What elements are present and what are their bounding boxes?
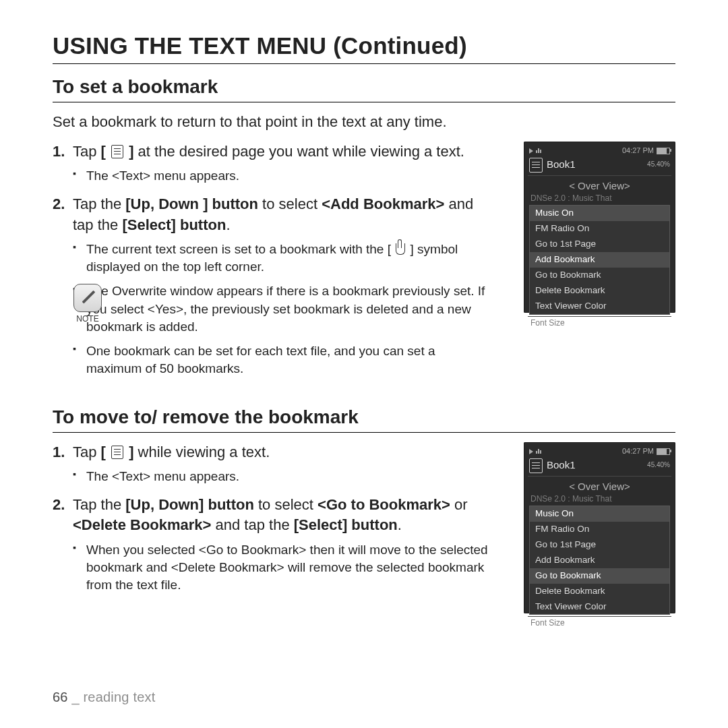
step-bold: <Delete Bookmark> [73, 516, 211, 533]
page-title-rule [53, 63, 675, 64]
step-note-with-icon: NOTE The Overwrite window appears if the… [73, 282, 493, 336]
footer-section-label: reading text [84, 690, 156, 704]
menu-button-icon [111, 446, 123, 459]
step-text: Tap [73, 444, 101, 460]
steps-list: Tap [ ] at the desired page you want whi… [53, 142, 675, 378]
step-1: Tap [ ] while viewing a text. The <Text>… [53, 442, 675, 486]
page-number: 66 [53, 690, 68, 704]
step-note: The <Text> menu appears. [73, 468, 493, 485]
step-text: or [450, 496, 468, 513]
ghost-text-bottom: Font Size [528, 616, 671, 630]
page-title: USING THE TEXT MENU (Continued) [53, 32, 675, 59]
step-bold: [Select] button [294, 516, 398, 533]
step-2: Tap the [Up, Down ] button to select <Ad… [53, 194, 675, 377]
section-set-bookmark: To set a bookmark Set a bookmark to retu… [53, 76, 675, 388]
step-text: Tap [73, 143, 101, 160]
step-bold: <Go to Bookmark> [317, 496, 450, 513]
step-1: Tap [ ] at the desired page you want whi… [53, 142, 675, 185]
note-icon: NOTE [73, 284, 102, 325]
section-rule [53, 432, 675, 433]
step-note: The <Text> menu appears. [73, 167, 493, 185]
menu-button-icon [111, 145, 123, 158]
step-text: . [398, 516, 402, 533]
steps-list: Tap [ ] while viewing a text. The <Text>… [53, 442, 675, 595]
section-intro: Set a bookmark to return to that point i… [53, 112, 675, 132]
bookmark-symbol-icon [396, 243, 405, 255]
section-heading: To set a bookmark [53, 76, 675, 98]
step-note: The current text screen is set to a book… [73, 241, 493, 276]
step-bold: [Up, Down ] button [125, 195, 258, 212]
section-move-remove-bookmark: To move to/ remove the bookmark 04:27 PM… [53, 406, 675, 619]
note-label: NOTE [76, 314, 98, 324]
step-text: Tap the [73, 195, 125, 212]
section-heading: To move to/ remove the bookmark [53, 406, 675, 428]
step-text: . [226, 216, 230, 233]
footer-sep: _ [68, 690, 84, 704]
step-note: When you selected <Go to Bookmark> then … [73, 541, 493, 595]
step-text: at the desired page you want while viewi… [134, 143, 464, 160]
step-bold: [Select] button [122, 216, 226, 233]
step-text: while viewing a text. [134, 444, 270, 460]
step-text: and tap the [211, 516, 293, 533]
step-2: Tap the [Up, Down] button to select <Go … [53, 495, 675, 594]
note-text: The Overwrite window appears if there is… [86, 284, 485, 333]
step-text: to select [258, 195, 322, 212]
menu-item-text-viewer-color[interactable]: Text Viewer Color [530, 599, 669, 615]
step-text: Tap the [73, 496, 125, 513]
page-footer: 66 _ reading text [53, 690, 155, 705]
step-text: to select [254, 496, 317, 513]
step-note: One bookmark can be set for each text fi… [73, 342, 493, 377]
step-bold: [Up, Down] button [125, 496, 254, 513]
step-bold: <Add Bookmark> [322, 195, 444, 212]
section-rule [53, 102, 675, 102]
note-text: The current text screen is set to a book… [86, 242, 388, 256]
